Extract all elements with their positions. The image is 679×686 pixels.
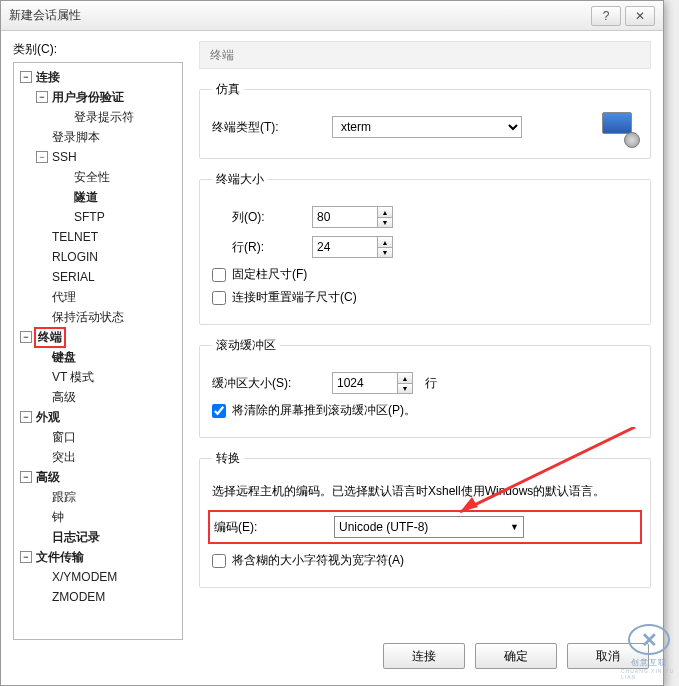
conversion-hint: 选择远程主机的编码。已选择默认语言时Xshell使用Windows的默认语言。 (212, 483, 638, 500)
buffer-spinner[interactable]: ▲▼ (397, 372, 413, 394)
tree-login-script[interactable]: 登录脚本 (14, 127, 182, 147)
reset-on-connect-checkbox[interactable] (212, 291, 226, 305)
category-label: 类别(C): (13, 41, 183, 58)
collapse-icon[interactable]: − (36, 91, 48, 103)
tree-security[interactable]: 安全性 (14, 167, 182, 187)
collapse-icon[interactable]: − (20, 551, 32, 563)
rows-label: 行(R): (212, 239, 312, 256)
encoding-highlight: 编码(E): Unicode (UTF-8) ▼ (208, 510, 642, 544)
collapse-icon[interactable]: − (36, 151, 48, 163)
rows-spinner[interactable]: ▲▼ (377, 236, 393, 258)
tree-telnet[interactable]: TELNET (14, 227, 182, 247)
spin-up-icon[interactable]: ▲ (397, 372, 413, 383)
conversion-legend: 转换 (212, 450, 244, 467)
tree-vt[interactable]: VT 模式 (14, 367, 182, 387)
ambiguous-wide-label: 将含糊的大小字符视为宽字符(A) (232, 552, 404, 569)
scrollback-group: 滚动缓冲区 缓冲区大小(S): ▲▼ 行 将清除的屏幕推到滚动缓冲区(P)。 (199, 337, 651, 438)
spin-down-icon[interactable]: ▼ (377, 247, 393, 258)
ambiguous-wide-checkbox[interactable] (212, 554, 226, 568)
tree-highlight[interactable]: 突出 (14, 447, 182, 467)
buffer-size-label: 缓冲区大小(S): (212, 375, 332, 392)
emulation-legend: 仿真 (212, 81, 244, 98)
spin-down-icon[interactable]: ▼ (397, 383, 413, 394)
encoding-select[interactable]: Unicode (UTF-8) ▼ (334, 516, 524, 538)
terminal-type-select[interactable]: xterm (332, 116, 522, 138)
cols-label: 列(O): (212, 209, 312, 226)
close-button[interactable]: ✕ (625, 6, 655, 26)
fixed-cols-label: 固定柱尺寸(F) (232, 266, 307, 283)
fixed-cols-checkbox[interactable] (212, 268, 226, 282)
tree-sftp[interactable]: SFTP (14, 207, 182, 227)
encoding-value: Unicode (UTF-8) (339, 520, 428, 534)
terminal-size-group: 终端大小 列(O): ▲▼ 行(R): ▲▼ 固定柱尺寸(F) 连接时重置端子尺… (199, 171, 651, 325)
buffer-unit: 行 (425, 375, 437, 392)
help-button[interactable]: ? (591, 6, 621, 26)
watermark-logo: ✕ 创意互联 CHUANG XIN HU LIAN (621, 624, 677, 680)
tree-auth[interactable]: −用户身份验证 (14, 87, 182, 107)
terminal-type-label: 终端类型(T): (212, 119, 332, 136)
emulation-group: 仿真 终端类型(T): xterm (199, 81, 651, 159)
tree-tunnel[interactable]: 隧道 (14, 187, 182, 207)
spin-down-icon[interactable]: ▼ (377, 217, 393, 228)
push-cleared-checkbox[interactable] (212, 404, 226, 418)
buffer-size-input[interactable] (332, 372, 398, 394)
encoding-label: 编码(E): (214, 519, 334, 536)
titlebar: 新建会话属性 ? ✕ (1, 1, 663, 31)
conversion-group: 转换 选择远程主机的编码。已选择默认语言时Xshell使用Windows的默认语… (199, 450, 651, 588)
tree-bell[interactable]: 钟 (14, 507, 182, 527)
tree-xymodem[interactable]: X/YMODEM (14, 567, 182, 587)
logo-icon: ✕ (628, 624, 670, 655)
cols-input[interactable] (312, 206, 378, 228)
annotation-arrow-icon (450, 427, 650, 522)
collapse-icon[interactable]: − (20, 331, 32, 343)
tree-zmodem[interactable]: ZMODEM (14, 587, 182, 607)
chevron-down-icon: ▼ (510, 522, 519, 532)
tree-keepalive[interactable]: 保持活动状态 (14, 307, 182, 327)
collapse-icon[interactable]: − (20, 471, 32, 483)
tree-logging[interactable]: 日志记录 (14, 527, 182, 547)
tree-appearance[interactable]: −外观 (14, 407, 182, 427)
connect-button[interactable]: 连接 (383, 643, 465, 669)
cols-spinner[interactable]: ▲▼ (377, 206, 393, 228)
tree-trace[interactable]: 跟踪 (14, 487, 182, 507)
section-header: 终端 (199, 41, 651, 69)
dialog-window: 新建会话属性 ? ✕ 类别(C): −连接 −用户身份验证 登录提示符 登录脚本… (0, 0, 664, 686)
push-cleared-label: 将清除的屏幕推到滚动缓冲区(P)。 (232, 402, 416, 419)
dialog-title: 新建会话属性 (9, 7, 587, 24)
tree-advanced2[interactable]: −高级 (14, 467, 182, 487)
spin-up-icon[interactable]: ▲ (377, 206, 393, 217)
tree-terminal[interactable]: −终端 (14, 327, 182, 347)
tree-connection[interactable]: −连接 (14, 67, 182, 87)
tree-ssh[interactable]: −SSH (14, 147, 182, 167)
spin-up-icon[interactable]: ▲ (377, 236, 393, 247)
category-tree[interactable]: −连接 −用户身份验证 登录提示符 登录脚本 −SSH 安全性 隧道 SFTP (13, 62, 183, 640)
tree-filetransfer[interactable]: −文件传输 (14, 547, 182, 567)
collapse-icon[interactable]: − (20, 71, 32, 83)
scrollback-legend: 滚动缓冲区 (212, 337, 280, 354)
tree-serial[interactable]: SERIAL (14, 267, 182, 287)
ok-button[interactable]: 确定 (475, 643, 557, 669)
terminal-icon (602, 112, 638, 146)
dialog-footer: 连接 确定 取消 (1, 636, 663, 676)
termsize-legend: 终端大小 (212, 171, 268, 188)
highlight-terminal: 终端 (34, 327, 66, 348)
collapse-icon[interactable]: − (20, 411, 32, 423)
tree-rlogin[interactable]: RLOGIN (14, 247, 182, 267)
tree-advanced[interactable]: 高级 (14, 387, 182, 407)
reset-on-connect-label: 连接时重置端子尺寸(C) (232, 289, 357, 306)
rows-input[interactable] (312, 236, 378, 258)
tree-window[interactable]: 窗口 (14, 427, 182, 447)
tree-proxy[interactable]: 代理 (14, 287, 182, 307)
tree-keyboard[interactable]: 键盘 (14, 347, 182, 367)
tree-login-prompt[interactable]: 登录提示符 (14, 107, 182, 127)
